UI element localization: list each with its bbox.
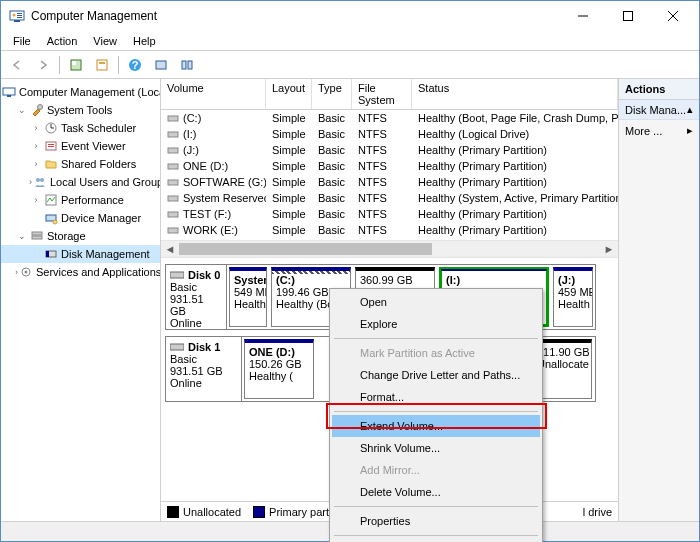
col-filesystem[interactable]: File System <box>352 79 412 109</box>
svg-rect-12 <box>97 60 107 70</box>
settings-button[interactable] <box>149 54 173 76</box>
tree-shared-folders[interactable]: › Shared Folders <box>1 155 160 173</box>
forward-button[interactable] <box>31 54 55 76</box>
volume-row[interactable]: ONE (D:)SimpleBasicNTFSHealthy (Primary … <box>161 158 618 174</box>
volume-row[interactable]: SOFTWARE (G:)SimpleBasicNTFSHealthy (Pri… <box>161 174 618 190</box>
view-button[interactable] <box>175 54 199 76</box>
svg-rect-5 <box>17 17 22 18</box>
menu-explore[interactable]: Explore <box>332 313 540 335</box>
volume-row[interactable]: (I:)SimpleBasicNTFSHealthy (Logical Driv… <box>161 126 618 142</box>
help-toolbar-button[interactable]: ? <box>123 54 147 76</box>
svg-rect-45 <box>168 212 178 217</box>
menu-help[interactable]: Help <box>125 33 164 49</box>
minimize-button[interactable] <box>560 2 605 31</box>
tree-device-manager[interactable]: Device Manager <box>1 209 160 227</box>
menu-separator <box>334 506 538 507</box>
expand-icon[interactable]: › <box>29 141 43 151</box>
refresh-button[interactable] <box>64 54 88 76</box>
toolbar: ? <box>1 51 699 79</box>
back-button[interactable] <box>5 54 29 76</box>
col-volume[interactable]: Volume <box>161 79 266 109</box>
svg-rect-39 <box>168 116 178 121</box>
svg-point-38 <box>25 271 28 274</box>
svg-rect-47 <box>170 272 184 278</box>
volume-scrollbar[interactable]: ◄ ► <box>161 240 618 258</box>
svg-point-21 <box>38 105 43 110</box>
navigation-tree: Computer Management (Local ⌄ System Tool… <box>1 79 161 521</box>
menu-separator <box>334 411 538 412</box>
col-type[interactable]: Type <box>312 79 352 109</box>
col-status[interactable]: Status <box>412 79 618 109</box>
collapse-icon[interactable]: ⌄ <box>15 105 29 115</box>
tree-services[interactable]: › Services and Applications <box>1 263 160 281</box>
svg-rect-27 <box>48 146 54 147</box>
disk-1-info[interactable]: Disk 1 Basic 931.51 GB Online <box>166 337 242 401</box>
disk-0-info[interactable]: Disk 0 Basic 931.51 GB Online <box>166 265 227 329</box>
scroll-thumb[interactable] <box>179 243 432 255</box>
partition-one-d[interactable]: ONE (D:)150.26 GBHealthy ( <box>244 339 314 399</box>
tree-storage[interactable]: ⌄ Storage <box>1 227 160 245</box>
volume-row[interactable]: TEST (F:)SimpleBasicNTFSHealthy (Primary… <box>161 206 618 222</box>
collapse-icon[interactable]: ⌄ <box>15 231 29 241</box>
scroll-right-icon[interactable]: ► <box>600 241 618 257</box>
performance-icon <box>43 192 59 208</box>
tree-performance[interactable]: › Performance <box>1 191 160 209</box>
menu-properties[interactable]: Properties <box>332 510 540 532</box>
tree-event-viewer[interactable]: › Event Viewer <box>1 137 160 155</box>
partition-system-reserved[interactable]: Syster549 MEHealth <box>229 267 267 327</box>
tree-system-tools[interactable]: ⌄ System Tools <box>1 101 160 119</box>
services-icon <box>18 264 34 280</box>
volume-list: Volume Layout Type File System Status (C… <box>161 79 618 258</box>
expand-icon[interactable]: › <box>29 123 43 133</box>
menu-change-drive-letter[interactable]: Change Drive Letter and Paths... <box>332 364 540 386</box>
expand-icon[interactable]: › <box>29 159 43 169</box>
volume-row[interactable]: (J:)SimpleBasicNTFSHealthy (Primary Part… <box>161 142 618 158</box>
close-button[interactable] <box>650 2 695 31</box>
menu-shrink-volume[interactable]: Shrink Volume... <box>332 437 540 459</box>
svg-point-2 <box>13 14 16 17</box>
svg-text:?: ? <box>132 59 139 71</box>
volume-row[interactable]: WORK (E:)SimpleBasicNTFSHealthy (Primary… <box>161 222 618 238</box>
menu-separator <box>334 338 538 339</box>
actions-section[interactable]: Disk Mana... ▴ <box>619 100 699 120</box>
svg-rect-3 <box>17 13 22 14</box>
col-layout[interactable]: Layout <box>266 79 312 109</box>
window-title: Computer Management <box>31 9 560 23</box>
volume-row[interactable]: (C:)SimpleBasicNTFSHealthy (Boot, Page F… <box>161 110 618 126</box>
scroll-left-icon[interactable]: ◄ <box>161 241 179 257</box>
disk-mgmt-icon <box>43 246 59 262</box>
menu-action[interactable]: Action <box>39 33 86 49</box>
menu-separator <box>334 535 538 536</box>
properties-toolbar-button[interactable] <box>90 54 114 76</box>
computer-icon <box>1 84 17 100</box>
svg-rect-19 <box>3 88 15 95</box>
menu-delete-volume[interactable]: Delete Volume... <box>332 481 540 503</box>
volume-list-header: Volume Layout Type File System Status <box>161 79 618 110</box>
menu-format[interactable]: Format... <box>332 386 540 408</box>
tree-disk-management[interactable]: Disk Management <box>1 245 160 263</box>
svg-rect-17 <box>182 61 186 69</box>
menu-view[interactable]: View <box>85 33 125 49</box>
svg-rect-40 <box>168 132 178 137</box>
tree-root[interactable]: Computer Management (Local <box>1 83 160 101</box>
collapse-icon: ▴ <box>687 103 693 116</box>
menu-file[interactable]: File <box>5 33 39 49</box>
maximize-button[interactable] <box>605 2 650 31</box>
menu-open[interactable]: Open <box>332 291 540 313</box>
device-icon <box>43 210 59 226</box>
titlebar: Computer Management <box>1 1 699 31</box>
svg-point-32 <box>53 220 57 224</box>
folder-icon <box>43 156 59 172</box>
svg-rect-42 <box>168 164 178 169</box>
partition-j[interactable]: (J:)459 MEHealth <box>553 267 593 327</box>
event-icon <box>43 138 59 154</box>
tree-local-users[interactable]: › Local Users and Groups <box>1 173 160 191</box>
menu-extend-volume[interactable]: Extend Volume... <box>332 415 540 437</box>
actions-header: Actions <box>619 79 699 100</box>
tree-task-scheduler[interactable]: › Task Scheduler <box>1 119 160 137</box>
svg-rect-34 <box>32 236 42 239</box>
volume-row[interactable]: System ReservedSimpleBasicNTFSHealthy (S… <box>161 190 618 206</box>
expand-icon[interactable]: › <box>29 195 43 205</box>
actions-more[interactable]: More ... ▸ <box>619 120 699 141</box>
svg-rect-18 <box>188 61 192 69</box>
